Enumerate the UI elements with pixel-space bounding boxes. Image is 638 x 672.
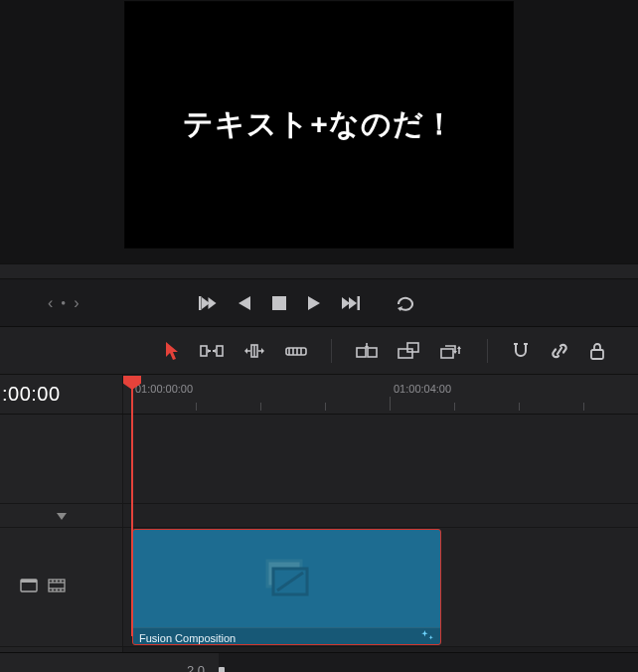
ruler-label-1: 01:00:00:00 [135, 383, 193, 395]
track-lane-spacer[interactable] [123, 504, 638, 528]
svg-rect-25 [368, 348, 377, 357]
svg-marker-3 [239, 296, 250, 310]
prev-marker-button[interactable]: ‹ [48, 294, 53, 312]
blade-tool[interactable] [285, 343, 307, 359]
timeline-ruler[interactable]: :00:00 01:00:00:00 01:00:04:00 [0, 375, 638, 415]
fusion-clip-icon [259, 558, 315, 599]
bottom-bar: 2.0 [0, 652, 638, 672]
svg-rect-11 [201, 346, 207, 356]
fusion-clip[interactable]: Fusion Composition [132, 529, 441, 645]
svg-marker-5 [308, 296, 320, 310]
svg-marker-35 [57, 513, 67, 520]
track-header-v2[interactable] [0, 415, 122, 504]
stop-button[interactable] [272, 296, 286, 310]
svg-marker-31 [457, 346, 461, 349]
transport-bar: ‹ ● › [0, 279, 638, 327]
link-button[interactable] [550, 342, 569, 360]
replace-button[interactable] [439, 341, 463, 361]
track-lane-v1[interactable]: Fusion Composition [123, 528, 638, 647]
track-headers [0, 415, 123, 652]
track-lane-v2[interactable] [123, 415, 638, 504]
svg-marker-51 [428, 635, 432, 639]
svg-marker-6 [342, 297, 350, 309]
current-timecode[interactable]: :00:00 [0, 375, 123, 414]
svg-rect-12 [217, 346, 223, 356]
lock-button[interactable] [589, 342, 605, 360]
svg-marker-13 [208, 349, 211, 353]
selection-tool[interactable] [164, 341, 180, 361]
svg-rect-27 [399, 349, 412, 358]
divider [0, 263, 638, 279]
scroll-marker[interactable] [219, 667, 225, 672]
track-header-v1[interactable] [0, 528, 122, 647]
insert-button[interactable] [356, 342, 378, 360]
svg-rect-34 [591, 350, 603, 359]
svg-rect-8 [357, 296, 360, 310]
svg-rect-4 [272, 296, 286, 310]
track-header-divider[interactable] [0, 504, 122, 528]
svg-marker-15 [244, 348, 247, 354]
snap-button[interactable] [512, 342, 530, 360]
bottom-track[interactable] [219, 653, 638, 672]
svg-rect-24 [357, 348, 366, 357]
svg-rect-37 [21, 580, 37, 583]
svg-marker-50 [421, 630, 427, 636]
trim-tool[interactable] [200, 342, 224, 360]
ruler-scale[interactable]: 01:00:00:00 01:00:04:00 [123, 375, 638, 414]
next-marker-button[interactable]: › [74, 294, 79, 312]
go-start-button[interactable] [199, 295, 217, 311]
svg-marker-2 [208, 297, 216, 309]
zoom-value[interactable]: 2.0 [0, 653, 219, 672]
toolbar-separator [331, 339, 332, 363]
clip-title: Fusion Composition [139, 632, 236, 644]
svg-marker-16 [261, 348, 264, 354]
viewer: テキスト+なのだ！ [0, 0, 638, 263]
toolbar-separator-2 [487, 339, 488, 363]
timeline-tracks: Fusion Composition [0, 415, 638, 652]
loop-button[interactable] [396, 294, 415, 312]
track-lanes[interactable]: Fusion Composition [123, 415, 638, 652]
sparkle-icon [420, 630, 434, 645]
edit-toolbar [0, 327, 638, 375]
overwrite-button[interactable] [398, 342, 419, 360]
svg-marker-10 [166, 342, 178, 360]
svg-marker-7 [349, 297, 357, 309]
go-end-button[interactable] [342, 295, 360, 311]
svg-marker-14 [213, 349, 216, 353]
svg-rect-29 [441, 349, 453, 358]
thumbnail-icon [20, 579, 38, 596]
filmstrip-icon [48, 579, 66, 596]
clip-thumbnail [133, 530, 440, 627]
play-button[interactable] [308, 295, 320, 311]
viewer-text: テキスト+なのだ！ [183, 104, 455, 145]
svg-rect-0 [199, 296, 202, 310]
chevron-down-icon [57, 511, 67, 521]
dynamic-trim-tool[interactable] [243, 342, 265, 360]
step-back-button[interactable] [239, 295, 250, 311]
marker-dot-icon[interactable]: ● [61, 298, 66, 307]
viewer-canvas[interactable]: テキスト+なのだ！ [125, 2, 513, 248]
ruler-label-2: 01:00:04:00 [394, 383, 451, 395]
